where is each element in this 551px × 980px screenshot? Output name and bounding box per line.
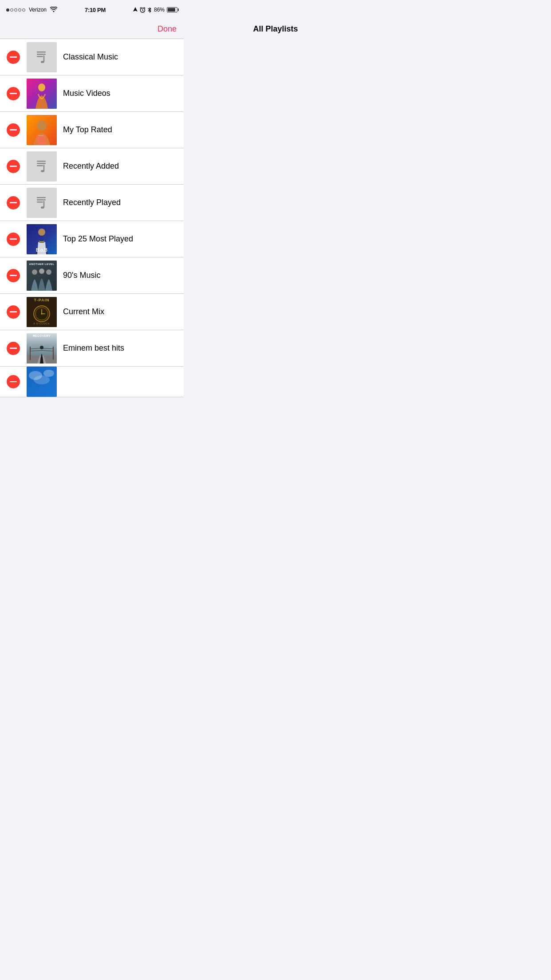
- playlist-thumbnail: [27, 151, 57, 182]
- minus-circle-icon[interactable]: [7, 342, 20, 355]
- music-note-icon: [33, 194, 50, 211]
- signal-dot-1: [6, 8, 9, 12]
- list-item: Recently Added: [0, 148, 184, 185]
- delete-button[interactable]: [0, 233, 27, 246]
- svg-point-12: [41, 170, 44, 172]
- album-art-top25: B.o.B: [27, 224, 57, 254]
- svg-point-6: [38, 83, 45, 91]
- location-icon: [133, 7, 138, 12]
- minus-circle-icon[interactable]: [7, 196, 20, 209]
- playlist-list: Classical Music: [0, 39, 184, 397]
- delete-button[interactable]: [0, 87, 27, 100]
- playlist-thumbnail: T-PAIN 5 O'CLOCK: [27, 297, 57, 327]
- minus-circle-icon[interactable]: [7, 160, 20, 173]
- playlist-thumbnail: B.o.B: [27, 224, 57, 254]
- status-time: 7:10 PM: [85, 7, 106, 13]
- playlist-thumbnail: ANOTHER LEVEL: [27, 261, 57, 291]
- signal-dot-3: [14, 8, 17, 12]
- minus-circle-icon[interactable]: [7, 305, 20, 319]
- playlist-thumbnail: RECOVERY: [27, 333, 57, 364]
- playlist-name: Classical Music: [63, 52, 118, 62]
- minus-circle-icon[interactable]: [7, 87, 20, 100]
- playlist-thumbnail: [27, 79, 57, 109]
- playlist-name: Eminem best hits: [63, 344, 124, 353]
- minus-circle-icon[interactable]: [7, 233, 20, 246]
- svg-point-8: [37, 120, 47, 131]
- album-art-current-mix: T-PAIN 5 O'CLOCK: [27, 297, 57, 327]
- delete-button[interactable]: [0, 269, 27, 282]
- status-left: Verizon: [6, 7, 57, 13]
- album-art-bottom: [27, 367, 57, 397]
- status-bar: Verizon 7:10 PM 86%: [0, 0, 184, 20]
- svg-rect-15: [37, 202, 43, 203]
- playlist-name: Top 25 Most Played: [63, 234, 133, 244]
- svg-rect-11: [37, 165, 43, 166]
- svg-rect-3: [37, 56, 43, 57]
- svg-point-4: [41, 61, 44, 63]
- album-art-top-rated: [27, 115, 57, 145]
- status-right: 86%: [133, 7, 177, 13]
- playlist-name: Music Videos: [63, 89, 110, 98]
- list-item: My Top Rated: [0, 112, 184, 148]
- playlist-name: My Top Rated: [63, 125, 112, 134]
- minus-circle-icon[interactable]: [7, 123, 20, 137]
- carrier-label: Verizon: [29, 7, 47, 13]
- svg-point-43: [34, 375, 50, 384]
- svg-rect-14: [37, 199, 46, 201]
- svg-point-18: [38, 229, 45, 236]
- delete-button[interactable]: [0, 123, 27, 137]
- playlist-name: Current Mix: [63, 307, 104, 316]
- svg-point-21: [32, 269, 37, 275]
- playlist-thumbnail: [27, 367, 57, 397]
- alarm-icon: [140, 7, 146, 13]
- nav-bar: All Playlists Done: [0, 20, 184, 39]
- svg-point-42: [43, 370, 54, 377]
- battery-fill: [168, 8, 175, 12]
- svg-point-16: [41, 206, 44, 209]
- signal-dot-2: [10, 8, 13, 12]
- list-item: ANOTHER LEVEL 90's Music: [0, 257, 184, 294]
- signal-dot-5: [22, 8, 25, 12]
- playlist-thumbnail: [27, 188, 57, 218]
- minus-circle-icon[interactable]: [7, 51, 20, 64]
- battery-icon: [167, 7, 177, 12]
- svg-point-23: [46, 269, 51, 275]
- music-note-icon: [33, 49, 50, 66]
- list-item: Recently Played: [0, 185, 184, 221]
- playlist-name: Recently Played: [63, 198, 121, 207]
- delete-button[interactable]: [0, 196, 27, 209]
- list-item: T-PAIN 5 O'CLOCK Current Mix: [0, 294, 184, 330]
- wifi-icon: [50, 7, 57, 13]
- minus-circle-icon[interactable]: [7, 375, 20, 388]
- delete-button[interactable]: [0, 342, 27, 355]
- svg-text:ANOTHER LEVEL: ANOTHER LEVEL: [29, 263, 54, 265]
- delete-button[interactable]: [0, 160, 27, 173]
- svg-text:T-PAIN: T-PAIN: [34, 298, 50, 302]
- delete-button[interactable]: [0, 305, 27, 319]
- done-button[interactable]: Done: [157, 24, 177, 34]
- svg-text:RECOVERY: RECOVERY: [33, 334, 51, 337]
- svg-rect-10: [37, 163, 46, 164]
- svg-point-22: [39, 269, 44, 274]
- minus-circle-icon[interactable]: [7, 269, 20, 282]
- playlist-name: 90's Music: [63, 271, 100, 280]
- bluetooth-icon: [148, 7, 152, 13]
- list-item: Music Videos: [0, 75, 184, 112]
- svg-rect-13: [37, 197, 46, 198]
- delete-button[interactable]: [0, 375, 27, 388]
- album-art-eminem: RECOVERY: [27, 333, 57, 364]
- list-item: [0, 367, 184, 397]
- playlist-thumbnail: [27, 115, 57, 145]
- playlist-thumbnail: [27, 42, 57, 72]
- delete-button[interactable]: [0, 51, 27, 64]
- album-art-music-videos: [27, 79, 57, 109]
- list-item: B.o.B Top 25 Most Played: [0, 221, 184, 257]
- svg-rect-9: [37, 161, 46, 162]
- svg-point-38: [40, 346, 43, 349]
- list-item: RECOVERY Eminem best hits: [0, 330, 184, 367]
- svg-rect-2: [37, 54, 46, 55]
- album-art-90s: ANOTHER LEVEL: [27, 261, 57, 291]
- signal-dot-4: [18, 8, 21, 12]
- playlist-name: Recently Added: [63, 162, 119, 171]
- signal-strength: [6, 8, 25, 12]
